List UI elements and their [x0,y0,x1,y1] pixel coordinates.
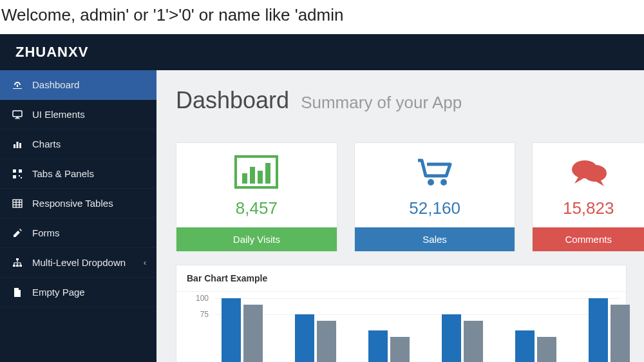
svg-point-25 [428,179,434,186]
dashboard-icon [12,80,23,90]
svg-rect-5 [19,143,21,148]
bar-group [368,330,410,362]
topbar: ZHUANXV [0,34,644,70]
svg-rect-18 [16,265,19,267]
sidebar-item-ui-elements[interactable]: UI Elements [0,100,156,129]
bar-group [222,298,263,362]
svg-rect-7 [19,169,22,173]
sidebar-item-label: Empty Page [32,287,85,298]
svg-rect-4 [17,142,19,148]
svg-rect-10 [21,177,22,178]
svg-rect-23 [258,171,263,184]
page-subtitle: Summary of your App [301,93,462,112]
bar-group [295,314,336,362]
edit-icon [12,228,23,238]
bar [611,305,630,362]
sidebar-item-empty-page[interactable]: Empty Page [0,278,156,307]
stat-value: 15,823 [563,198,614,218]
svg-point-28 [583,165,607,182]
desktop-icon [12,110,23,120]
bar [464,321,483,362]
app-frame: ZHUANXV Dashboard UI Elements Charts [0,34,644,362]
bar [442,314,461,362]
stat-value: 52,160 [409,198,460,218]
chevron-left-icon: ‹ [144,258,146,267]
stat-card-sales[interactable]: 52,160 Sales [354,142,516,252]
cart-icon [412,152,458,192]
sidebar-item-label: Charts [32,138,61,149]
bar-group [515,330,556,362]
stat-label: Comments [533,227,644,251]
svg-rect-11 [13,200,22,207]
chart-ytick: 75 [176,310,209,319]
bar-chart-panel: Bar Chart Example m ) 10075 [176,265,627,362]
sitemap-icon [12,258,23,268]
chat-icon [565,152,612,192]
svg-rect-16 [16,258,19,260]
svg-rect-6 [13,169,16,173]
stat-label: Daily Visits [176,227,337,251]
bar [589,298,608,362]
sidebar-item-label: Multi-Level Dropdown [32,257,126,268]
table-icon [12,198,23,209]
svg-rect-20 [236,157,277,187]
bar [295,314,314,362]
content-area: Dashboard Summary of your App 8,457 Dail… [156,70,644,362]
stat-card-comments[interactable]: 15,823 Comments [532,142,644,252]
panel-title: Bar Chart Example [176,265,626,292]
svg-rect-2 [15,118,20,119]
svg-rect-0 [13,111,22,117]
sidebar-item-label: Tabs & Panels [32,168,94,179]
page-title: Dashboard Summary of your App [176,87,644,114]
svg-rect-24 [265,163,270,184]
svg-rect-9 [19,175,20,176]
svg-rect-8 [13,175,16,178]
bar [515,330,535,362]
bar-group [589,298,630,362]
svg-rect-17 [13,265,15,267]
svg-rect-1 [16,117,19,119]
sidebar-item-tabs-panels[interactable]: Tabs & Panels [0,159,156,189]
main-layout: Dashboard UI Elements Charts Tabs & Pane… [0,70,644,362]
stat-cards-row: 8,457 Daily Visits 52,160 Sales 15,823 C… [176,142,644,252]
qrcode-icon [12,169,23,179]
page-title-main: Dashboard [176,87,289,113]
chart-bars [222,298,630,362]
bar [368,330,388,362]
sidebar-item-label: Dashboard [32,79,79,90]
bar-chart: m ) 10075 [176,292,626,362]
svg-rect-19 [19,265,22,267]
bar [243,305,263,362]
barchart-icon [12,139,23,149]
sidebar-item-label: Responsive Tables [32,198,113,209]
sidebar-item-label: Forms [32,227,60,238]
svg-rect-21 [242,173,247,184]
bar [537,337,556,362]
svg-point-26 [440,179,447,186]
sidebar-item-dashboard[interactable]: Dashboard [0,70,156,100]
stat-card-visits[interactable]: 8,457 Daily Visits [176,142,337,252]
file-icon [12,287,23,298]
sidebar-item-label: UI Elements [32,109,85,120]
svg-rect-22 [250,167,255,184]
sidebar-item-charts[interactable]: Charts [0,129,156,159]
chart-ytick: 100 [176,294,209,303]
brand-logo[interactable]: ZHUANXV [15,44,88,61]
stat-value: 8,457 [236,198,278,218]
sidebar-item-tables[interactable]: Responsive Tables [0,189,156,218]
welcome-text: Welcome, admin' or '1'>'0' or name like … [0,0,644,34]
stat-label: Sales [355,227,515,251]
svg-rect-3 [14,144,15,148]
bar-group [442,314,483,362]
bar [222,298,241,362]
sidebar: Dashboard UI Elements Charts Tabs & Pane… [0,70,156,362]
bar [317,321,336,362]
barchart-icon [233,152,279,192]
sidebar-item-dropdown[interactable]: Multi-Level Dropdown ‹ [0,248,156,278]
bar [390,337,410,362]
sidebar-item-forms[interactable]: Forms [0,218,156,248]
